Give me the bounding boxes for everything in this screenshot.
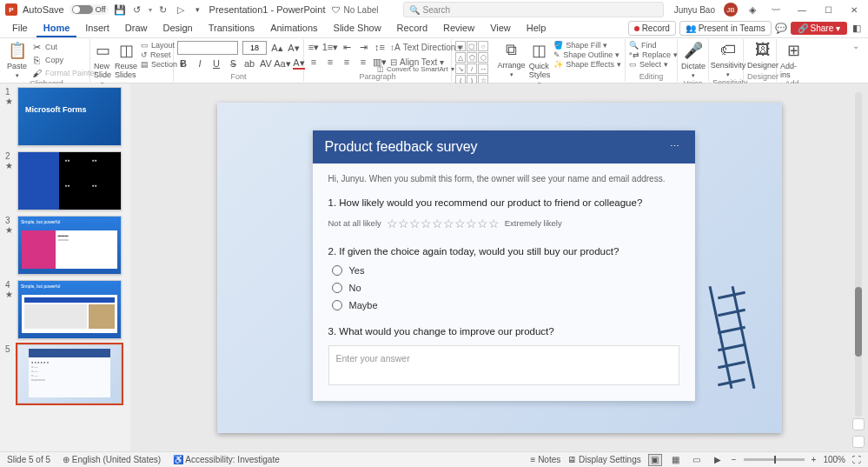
designer-button[interactable]: 🖼Designer <box>747 41 779 70</box>
quick-styles-button[interactable]: ◫Quick Styles▾ <box>529 41 551 88</box>
star-icon[interactable]: ☆ <box>398 217 409 230</box>
slide-editor[interactable]: Product feedback survey ⋯ Hi, Junyu. Whe… <box>130 83 868 451</box>
minimize-icon[interactable]: — <box>793 3 811 17</box>
arrange-button[interactable]: ⧉Arrange▾ <box>498 41 526 78</box>
star-icon[interactable]: ☆ <box>454 217 466 230</box>
share-button[interactable]: 🔗 Share ▾ <box>791 22 847 35</box>
star-icon[interactable]: ☆ <box>488 217 500 230</box>
search-box[interactable]: 🔍 Search <box>403 2 664 17</box>
slide-scrollbar[interactable] <box>852 92 865 417</box>
addins-button[interactable]: ⊞Add-ins <box>780 41 806 79</box>
tab-review[interactable]: Review <box>436 20 481 37</box>
start-slideshow-icon[interactable]: ▷ <box>175 3 187 16</box>
save-icon[interactable]: 💾 <box>114 3 126 16</box>
reuse-slides-button[interactable]: ◫Reuse Slides <box>115 41 137 79</box>
q1-rating[interactable]: Not at all likely ☆☆☆☆☆☆☆☆☆☆ Extremely l… <box>328 217 679 230</box>
increase-indent-icon[interactable]: ⇥ <box>357 41 369 53</box>
shapes-gallery[interactable]: ▭▢○△⬠⬡↘ /↔{}☆◇▾ <box>455 41 494 67</box>
zoom-level[interactable]: 100% <box>823 455 845 464</box>
tab-help[interactable]: Help <box>520 20 553 37</box>
font-color-icon[interactable]: A▾ <box>293 57 305 70</box>
fit-to-window-icon[interactable]: ⛶ <box>852 455 861 464</box>
user-name[interactable]: Junyu Bao <box>674 5 715 15</box>
find-button[interactable]: 🔍 Find <box>629 41 678 50</box>
comments-icon[interactable]: 💬 <box>775 23 787 35</box>
notes-button[interactable]: ≡ Notes <box>531 455 561 464</box>
qat-customize-icon[interactable]: ▾ <box>192 3 204 16</box>
sensitivity-label[interactable]: 🛡 No Label <box>332 5 378 15</box>
font-name-combo[interactable] <box>177 41 238 55</box>
align-left-icon[interactable]: ≡ <box>308 56 320 68</box>
shape-fill-button[interactable]: 🪣 Shape Fill ▾ <box>553 41 621 50</box>
tab-home[interactable]: Home <box>36 20 77 37</box>
justify-icon[interactable]: ≡ <box>357 56 369 68</box>
replace-button[interactable]: ᵃ⇄ Replace ▾ <box>629 50 678 59</box>
new-slide-button[interactable]: ▭New Slide▾ <box>94 41 111 88</box>
char-spacing-icon[interactable]: AV <box>260 57 272 70</box>
copilot-icon[interactable]: ◧ <box>851 23 863 35</box>
pane-toggle-icon[interactable] <box>852 436 865 448</box>
zoom-fit-icon[interactable] <box>852 418 865 430</box>
line-spacing-icon[interactable]: ↕≡ <box>374 41 386 53</box>
shape-effects-button[interactable]: ✨ Shape Effects ▾ <box>553 60 621 69</box>
present-in-teams-button[interactable]: 👥 Present in Teams <box>679 21 772 36</box>
star-icon[interactable]: ☆ <box>443 217 454 230</box>
shadow-icon[interactable]: ab <box>243 57 255 70</box>
decrease-font-icon[interactable]: A▾ <box>288 42 300 54</box>
change-case-icon[interactable]: Aa▾ <box>276 57 288 70</box>
undo-icon[interactable]: ↺ <box>131 3 143 16</box>
display-settings-button[interactable]: 🖥 Display Settings <box>567 455 640 464</box>
thumbnail-1[interactable]: Microsoft Forms <box>17 87 122 146</box>
format-painter-button[interactable]: 🖌Format Painter <box>30 67 97 79</box>
tab-design[interactable]: Design <box>156 20 199 37</box>
bullets-icon[interactable]: ≡▾ <box>308 41 320 53</box>
collapse-ribbon-icon[interactable]: ⌄ <box>847 39 865 82</box>
autosave-toggle[interactable]: Off <box>70 4 109 15</box>
tab-transitions[interactable]: Transitions <box>202 20 262 37</box>
normal-view-icon[interactable]: ▣ <box>648 454 662 466</box>
star-icon[interactable]: ☆ <box>421 217 432 230</box>
close-icon[interactable]: ✕ <box>845 3 863 17</box>
strikethrough-icon[interactable]: S̶ <box>227 57 239 70</box>
star-icon[interactable]: ☆ <box>387 217 398 230</box>
star-icon[interactable]: ☆ <box>477 217 488 230</box>
record-button[interactable]: Record <box>628 21 676 36</box>
bold-icon[interactable]: B <box>177 57 189 70</box>
language-status[interactable]: ⊕ English (United States) <box>63 455 161 464</box>
zoom-in-icon[interactable]: + <box>812 455 817 464</box>
thumbnail-3[interactable]: Simple, but powerful▬▬▬▭▭▭ <box>17 216 122 275</box>
align-center-icon[interactable]: ≡ <box>324 56 336 68</box>
tab-draw[interactable]: Draw <box>118 20 155 37</box>
tab-slide-show[interactable]: Slide Show <box>327 20 388 37</box>
accessibility-status[interactable]: ♿ Accessibility: Investigate <box>173 455 280 464</box>
slide-count[interactable]: Slide 5 of 5 <box>7 455 50 464</box>
slide-canvas[interactable]: Product feedback survey ⋯ Hi, Junyu. Whe… <box>217 103 782 433</box>
tab-record[interactable]: Record <box>390 20 434 37</box>
radio-option-yes[interactable]: Yes <box>332 265 679 276</box>
avatar[interactable]: JB <box>724 3 738 17</box>
thumbnail-5[interactable]: ● ● ● ● ● ●○ —○ —○ —▭▭▭▭ <box>17 344 122 404</box>
radio-option-no[interactable]: No <box>332 283 679 293</box>
slideshow-view-icon[interactable]: ▶ <box>711 454 725 466</box>
dictate-button[interactable]: 🎤Dictate▾ <box>681 41 706 79</box>
tab-file[interactable]: File <box>5 20 35 37</box>
maximize-icon[interactable]: ☐ <box>819 3 837 17</box>
font-size-combo[interactable] <box>242 41 267 55</box>
q3-answer-input[interactable]: Enter your answer <box>328 345 679 385</box>
ribbon-mode-icon[interactable]: 〰 <box>767 3 785 17</box>
align-right-icon[interactable]: ≡ <box>341 56 353 68</box>
cut-button[interactable]: ✂Cut <box>30 41 97 53</box>
thumbnail-panel[interactable]: 1★Microsoft Forms 2★●●●●●●●● 3★Simple, b… <box>0 83 130 451</box>
sensitivity-button[interactable]: 🏷Sensitivity▾ <box>712 41 744 78</box>
italic-icon[interactable]: I <box>194 57 206 70</box>
tab-animations[interactable]: Animations <box>263 20 324 37</box>
decrease-indent-icon[interactable]: ⇤ <box>341 41 353 53</box>
paste-button[interactable]: 📋Paste▾ <box>7 41 27 79</box>
reading-view-icon[interactable]: ▭ <box>690 454 704 466</box>
sorter-view-icon[interactable]: ▦ <box>669 454 683 466</box>
shape-outline-button[interactable]: ✎ Shape Outline ▾ <box>553 50 621 59</box>
select-button[interactable]: ▭ Select ▾ <box>629 60 678 69</box>
star-icon[interactable]: ☆ <box>432 217 443 230</box>
convert-smartart-button[interactable]: ◫ Convert to SmartArt ▾ <box>377 65 454 73</box>
underline-icon[interactable]: U <box>210 57 222 70</box>
